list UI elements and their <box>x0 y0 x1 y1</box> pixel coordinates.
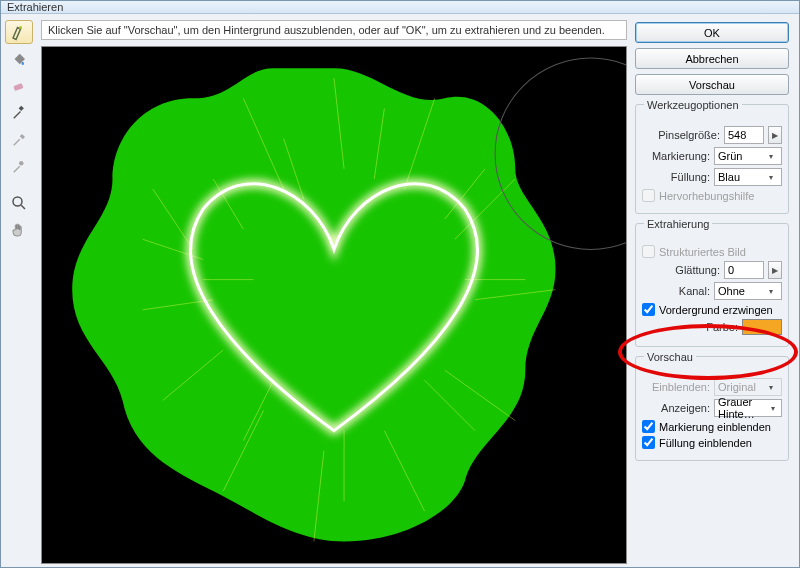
textured-label: Strukturiertes Bild <box>659 246 746 258</box>
eraser-tool[interactable] <box>5 74 33 98</box>
chevron-down-icon: ▾ <box>764 282 778 300</box>
force-foreground-checkbox[interactable] <box>642 303 655 316</box>
smooth-label: Glättung: <box>675 264 720 276</box>
edge-highlighter-tool[interactable] <box>5 20 33 44</box>
titlebar[interactable]: Extrahieren <box>1 1 799 14</box>
ok-button[interactable]: OK <box>635 22 789 43</box>
zoom-tool[interactable] <box>5 191 33 215</box>
channel-select[interactable]: Ohne▾ <box>714 282 782 300</box>
show-label: Einblenden: <box>652 381 710 393</box>
show-highlight-checkbox[interactable] <box>642 420 655 433</box>
show-fill-checkbox[interactable] <box>642 436 655 449</box>
preview-group: Vorschau Einblenden: Original▾ Anzeigen:… <box>635 356 789 461</box>
show-fill-label: Füllung einblenden <box>659 437 752 449</box>
fill-label: Füllung: <box>671 171 710 183</box>
svg-point-3 <box>19 161 24 166</box>
force-foreground-label: Vordergrund erzwingen <box>659 304 773 316</box>
show-highlight-label: Markierung einblenden <box>659 421 771 433</box>
smooth-flyout[interactable]: ▶ <box>768 261 782 279</box>
show-select: Original▾ <box>714 378 782 396</box>
canvas-image <box>42 47 626 563</box>
right-panel: OK Abbrechen Vorschau Werkzeugoptionen P… <box>631 14 799 568</box>
textured-checkbox <box>642 245 655 258</box>
chevron-down-icon: ▾ <box>764 168 778 186</box>
extraction-group: Extrahierung Strukturiertes Bild Glättun… <box>635 223 789 347</box>
tool-toolbar <box>1 14 39 568</box>
extraction-legend: Extrahierung <box>644 218 712 230</box>
hand-tool[interactable] <box>5 218 33 242</box>
tool-options-legend: Werkzeugoptionen <box>644 99 742 111</box>
fill-tool[interactable] <box>5 47 33 71</box>
chevron-down-icon: ▾ <box>764 378 778 396</box>
extract-dialog: Extrahieren Klicken Sie auf "Vorschau", … <box>0 0 800 568</box>
smart-highlight-label: Hervorhebungshilfe <box>659 190 754 202</box>
eyedropper-tool[interactable] <box>5 101 33 125</box>
hint-text: Klicken Sie auf "Vorschau", um den Hinte… <box>48 24 605 36</box>
highlight-select[interactable]: Grün▾ <box>714 147 782 165</box>
edge-touchup-tool[interactable] <box>5 155 33 179</box>
highlight-label: Markierung: <box>652 150 710 162</box>
smart-highlight-checkbox <box>642 189 655 202</box>
tool-options-group: Werkzeugoptionen Pinselgröße: 548 ▶ Mark… <box>635 104 789 214</box>
svg-rect-1 <box>13 83 23 91</box>
smooth-input[interactable]: 0 <box>724 261 764 279</box>
svg-point-0 <box>19 26 22 29</box>
brush-size-flyout[interactable]: ▶ <box>768 126 782 144</box>
svg-rect-2 <box>19 106 24 111</box>
fill-select[interactable]: Blau▾ <box>714 168 782 186</box>
window-title: Extrahieren <box>7 1 63 13</box>
color-label: Farbe: <box>706 321 738 333</box>
color-swatch[interactable] <box>742 319 782 335</box>
brush-size-label: Pinselgröße: <box>658 129 720 141</box>
cancel-button[interactable]: Abbrechen <box>635 48 789 69</box>
preview-canvas[interactable] <box>41 46 627 564</box>
brush-size-input[interactable]: 548 <box>724 126 764 144</box>
hint-bar: Klicken Sie auf "Vorschau", um den Hinte… <box>41 20 627 40</box>
svg-point-4 <box>13 197 22 206</box>
display-label: Anzeigen: <box>661 402 710 414</box>
preview-button[interactable]: Vorschau <box>635 74 789 95</box>
chevron-down-icon: ▾ <box>764 147 778 165</box>
chevron-down-icon: ▾ <box>768 399 778 417</box>
preview-legend: Vorschau <box>644 351 696 363</box>
channel-label: Kanal: <box>679 285 710 297</box>
cleanup-tool[interactable] <box>5 128 33 152</box>
display-select[interactable]: Grauer Hinte…▾ <box>714 399 782 417</box>
